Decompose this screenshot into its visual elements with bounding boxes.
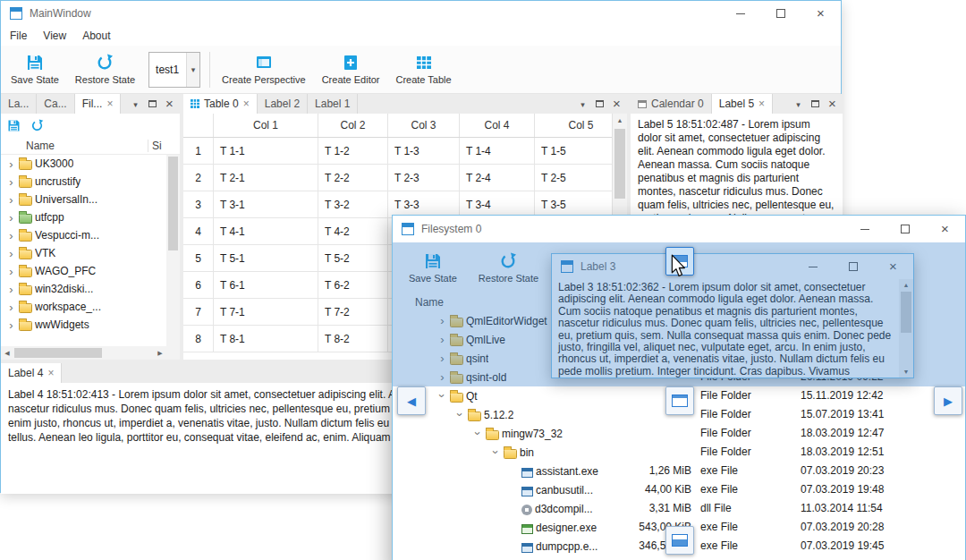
tree-header[interactable]: Name Si bbox=[1, 137, 180, 155]
expander-icon[interactable] bbox=[6, 284, 16, 295]
tab-calendar-0[interactable]: Calendar 0 bbox=[631, 94, 712, 114]
table-cell[interactable]: T 5-2 bbox=[318, 245, 388, 271]
fs-row[interactable]: d3dcompil... 3,31 MiB dll File 11.03.201… bbox=[393, 499, 965, 518]
create-perspective-button[interactable]: Create Perspective bbox=[214, 47, 314, 92]
tab-calendar-1[interactable]: Ca... bbox=[37, 94, 74, 114]
tab-label-5[interactable]: Label 5 bbox=[712, 94, 773, 114]
create-editor-button[interactable]: Create Editor bbox=[314, 47, 388, 92]
tab-close-icon[interactable] bbox=[106, 98, 113, 110]
scroll-up-icon[interactable]: ▲ bbox=[613, 114, 627, 127]
column-header[interactable]: Col 2 bbox=[318, 114, 388, 137]
table-cell[interactable]: T 1-2 bbox=[318, 138, 388, 164]
table-cell[interactable]: T 3-2 bbox=[318, 191, 388, 217]
table-cell[interactable]: T 8-1 bbox=[214, 326, 318, 352]
combo-dropdown-icon[interactable] bbox=[186, 53, 199, 87]
minimize-button[interactable] bbox=[844, 216, 885, 242]
maximize-button[interactable] bbox=[760, 1, 801, 26]
tab-filesystem-1[interactable]: Fil... bbox=[75, 94, 122, 114]
tab-close-icon[interactable] bbox=[758, 98, 765, 110]
expander-icon[interactable] bbox=[6, 319, 16, 331]
expander-icon[interactable] bbox=[491, 446, 501, 458]
tab-table-0[interactable]: Table 0 bbox=[183, 94, 258, 114]
expander-icon[interactable] bbox=[6, 194, 16, 206]
table-cell[interactable]: T 8-2 bbox=[318, 326, 388, 352]
fs-row[interactable]: canbusutil... 44,00 KiB exe File 07.03.2… bbox=[393, 480, 965, 499]
restore-icon[interactable] bbox=[30, 119, 44, 132]
expander-icon[interactable] bbox=[6, 266, 16, 277]
restore-state-button[interactable]: Restore State bbox=[67, 47, 143, 92]
table-cell[interactable]: T 7-2 bbox=[318, 299, 388, 325]
table-cell[interactable]: T 3-4 bbox=[460, 191, 535, 217]
dock-close-button[interactable] bbox=[825, 97, 840, 112]
tree-item[interactable]: Vespucci-m... bbox=[1, 226, 180, 244]
expander-icon[interactable] bbox=[437, 390, 447, 402]
row-header[interactable]: 4 bbox=[183, 218, 214, 244]
table-cell[interactable]: T 3-3 bbox=[388, 191, 460, 217]
scrollbar-thumb[interactable] bbox=[14, 348, 102, 358]
dock-close-button[interactable] bbox=[162, 97, 177, 112]
row-header[interactable]: 3 bbox=[183, 191, 214, 217]
table-cell[interactable]: T 2-1 bbox=[214, 165, 318, 191]
dock-menu-button[interactable] bbox=[128, 97, 143, 112]
tree-item[interactable]: workspace_... bbox=[1, 298, 180, 316]
dock-float-button[interactable] bbox=[808, 97, 823, 112]
table-cell[interactable]: T 1-4 bbox=[460, 138, 535, 164]
expander-icon[interactable] bbox=[6, 248, 16, 259]
close-button[interactable] bbox=[925, 216, 965, 242]
tab-close-icon[interactable] bbox=[47, 367, 54, 379]
dock-indicator-center[interactable] bbox=[665, 386, 694, 415]
expander-icon[interactable] bbox=[6, 158, 16, 170]
vertical-scrollbar[interactable] bbox=[166, 155, 180, 346]
menu-item[interactable]: About bbox=[74, 27, 118, 45]
tab-label-2[interactable]: Label 2 bbox=[258, 94, 308, 114]
table-cell[interactable]: T 5-1 bbox=[214, 245, 318, 271]
table-row[interactable]: 2 T 2-1 T 2-2 T 2-3 T 2-4 T 2-5 bbox=[183, 165, 627, 191]
filesystem-titlebar[interactable]: Filesystem 0 bbox=[393, 216, 965, 242]
dock-float-button[interactable] bbox=[145, 97, 160, 112]
scroll-right-icon[interactable]: ▶ bbox=[154, 350, 166, 357]
tree-item[interactable]: utfcpp bbox=[1, 208, 180, 226]
tab-close-icon[interactable] bbox=[243, 98, 250, 110]
dock-close-button[interactable] bbox=[609, 97, 624, 112]
tree-item[interactable]: win32diski... bbox=[1, 280, 180, 298]
expander-icon[interactable] bbox=[455, 409, 465, 420]
tree-item[interactable]: uncrustify bbox=[1, 173, 180, 191]
dock-menu-button[interactable] bbox=[791, 97, 806, 112]
tab-label-4[interactable]: Label 4 bbox=[1, 363, 62, 383]
row-header[interactable]: 8 bbox=[183, 326, 214, 352]
table-cell[interactable]: T 6-2 bbox=[318, 272, 388, 298]
table-cell[interactable]: T 2-4 bbox=[460, 165, 535, 191]
save-icon[interactable] bbox=[7, 119, 21, 132]
perspective-combo[interactable]: test1 bbox=[148, 52, 200, 88]
table-row[interactable]: 1 T 1-1 T 1-2 T 1-3 T 1-4 T 1-5 bbox=[183, 138, 627, 165]
tree-item[interactable]: UniversalIn... bbox=[1, 191, 180, 208]
fs-row[interactable]: bin File Folder 18.03.2019 12:51 bbox=[393, 443, 965, 462]
tree-item[interactable]: WAGO_PFC bbox=[1, 262, 180, 280]
fs-row[interactable]: dumpdoc.e... 250,50 KiB exe File 07.03.2… bbox=[393, 556, 965, 560]
table-cell[interactable]: T 4-1 bbox=[214, 218, 318, 244]
table-cell[interactable]: T 7-1 bbox=[214, 299, 318, 325]
menu-item[interactable]: File bbox=[2, 27, 35, 45]
dock-indicator-left[interactable]: ◀ bbox=[397, 386, 426, 415]
close-button[interactable] bbox=[801, 1, 841, 26]
fs-row[interactable]: assistant.exe 1,26 MiB exe File 07.03.20… bbox=[393, 462, 965, 480]
maximize-button[interactable] bbox=[885, 216, 925, 242]
scrollbar-thumb[interactable] bbox=[168, 157, 178, 250]
expander-icon[interactable] bbox=[6, 301, 16, 313]
column-header[interactable]: Col 1 bbox=[214, 114, 318, 137]
dock-indicator-bottom[interactable] bbox=[665, 526, 694, 555]
scrollbar-thumb[interactable] bbox=[614, 129, 625, 199]
table-cell[interactable]: T 1-3 bbox=[388, 138, 460, 164]
menu-item[interactable]: View bbox=[35, 27, 74, 45]
horizontal-scrollbar[interactable]: ◀ ▶ bbox=[1, 346, 166, 360]
scroll-left-icon[interactable]: ◀ bbox=[1, 350, 13, 357]
expander-icon[interactable] bbox=[6, 176, 16, 188]
table-cell[interactable]: T 2-3 bbox=[388, 165, 460, 191]
create-table-button[interactable]: Create Table bbox=[387, 47, 459, 92]
save-state-button[interactable]: Save State bbox=[3, 47, 67, 92]
row-header[interactable]: 5 bbox=[183, 245, 214, 271]
dock-menu-button[interactable] bbox=[575, 97, 590, 112]
table-cell[interactable]: T 4-2 bbox=[318, 218, 388, 244]
minimize-button[interactable] bbox=[720, 1, 760, 26]
column-size[interactable]: Si bbox=[148, 140, 180, 152]
